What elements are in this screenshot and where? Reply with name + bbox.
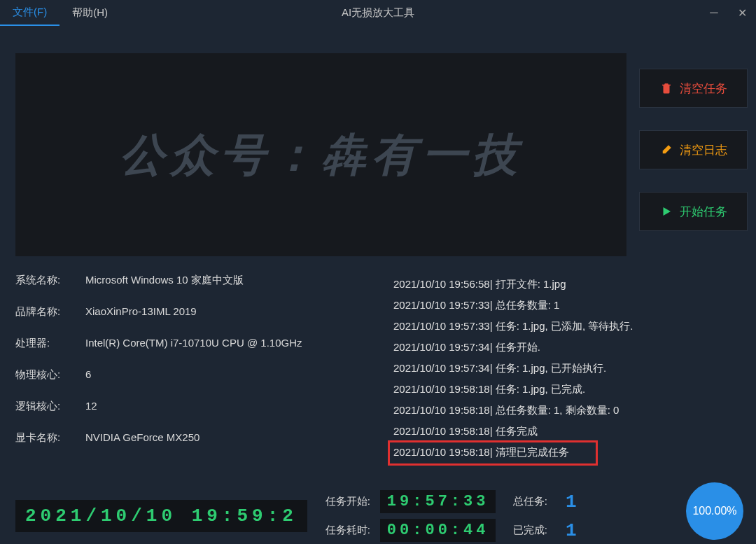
play-icon: [660, 205, 673, 218]
gpu-label: 显卡名称:: [15, 431, 85, 445]
preview-area: 公众号：犇有一技: [15, 53, 626, 256]
menu-file[interactable]: 文件(F): [0, 0, 59, 26]
brand-label: 品牌名称:: [15, 305, 85, 319]
cpu-label: 处理器:: [15, 337, 85, 350]
start-tasks-label: 开始任务: [680, 204, 727, 220]
app-title: AI无损放大工具: [342, 6, 414, 20]
os-value: Microsoft Windows 10 家庭中文版: [85, 274, 365, 287]
phys-cores-value: 6: [85, 368, 365, 382]
task-elapsed-label: 任务耗时:: [320, 524, 370, 537]
gpu-value: NVIDIA GeForce MX250: [85, 431, 365, 445]
task-start-time: 19:57:33: [380, 490, 496, 513]
start-tasks-button[interactable]: 开始任务: [639, 192, 748, 231]
clear-logs-button[interactable]: 清空日志: [639, 130, 748, 169]
log-line: 2021/10/10 19:58:18| 总任务数量: 1, 剩余数量: 0: [393, 400, 743, 421]
clear-tasks-label: 清空任务: [680, 81, 727, 97]
total-tasks-label: 总任务:: [505, 495, 547, 508]
eraser-icon: [660, 144, 673, 156]
log-panel: 2021/10/10 19:56:58| 打开文件: 1.jpg 2021/10…: [393, 274, 743, 463]
log-line: 2021/10/10 19:57:34| 任务开始.: [393, 337, 743, 358]
close-button[interactable]: ✕: [728, 0, 756, 25]
clear-logs-label: 清空日志: [680, 142, 727, 158]
watermark-text: 公众号：犇有一技: [120, 125, 523, 186]
log-line: 2021/10/10 19:58:18| 任务: 1.jpg, 已完成.: [393, 379, 743, 400]
log-line: 2021/10/10 19:57:34| 任务: 1.jpg, 已开始执行.: [393, 358, 743, 379]
task-start-label: 任务开始:: [320, 495, 370, 508]
menu-help[interactable]: 帮助(H): [59, 1, 120, 25]
minimize-button[interactable]: ─: [700, 0, 728, 25]
menubar: 文件(F) 帮助(H) AI无损放大工具 ─ ✕: [0, 0, 756, 25]
logic-cores-value: 12: [85, 400, 365, 413]
trash-icon: [660, 82, 673, 95]
clock-display: 2021/10/10 19:59:2: [15, 500, 307, 532]
brand-value: XiaoXinPro-13IML 2019: [85, 305, 365, 319]
log-line: 2021/10/10 19:58:18| 清理已完成任务: [393, 442, 743, 463]
progress-circle: 100.00%: [686, 482, 743, 540]
footer: 2021/10/10 19:59:2 任务开始: 19:57:33 总任务: 1…: [0, 488, 756, 544]
log-line: 2021/10/10 19:56:58| 打开文件: 1.jpg: [393, 274, 743, 295]
done-tasks-label: 已完成:: [505, 524, 547, 537]
total-tasks-value: 1: [557, 491, 585, 512]
phys-cores-label: 物理核心:: [15, 368, 85, 382]
done-tasks-value: 1: [557, 520, 585, 541]
os-label: 系统名称:: [15, 274, 85, 287]
task-elapsed-time: 00:00:44: [380, 519, 496, 542]
cpu-value: Intel(R) Core(TM) i7-10710U CPU @ 1.10GH…: [85, 337, 365, 350]
window-controls: ─ ✕: [700, 0, 756, 25]
system-info: 系统名称:Microsoft Windows 10 家庭中文版 品牌名称:Xia…: [15, 274, 365, 463]
log-line: 2021/10/10 19:57:33| 任务: 1.jpg, 已添加, 等待执…: [393, 316, 743, 337]
log-line: 2021/10/10 19:57:33| 总任务数量: 1: [393, 295, 743, 316]
clear-tasks-button[interactable]: 清空任务: [639, 69, 748, 108]
log-line: 2021/10/10 19:58:18| 任务完成: [393, 421, 743, 442]
logic-cores-label: 逻辑核心:: [15, 400, 85, 413]
